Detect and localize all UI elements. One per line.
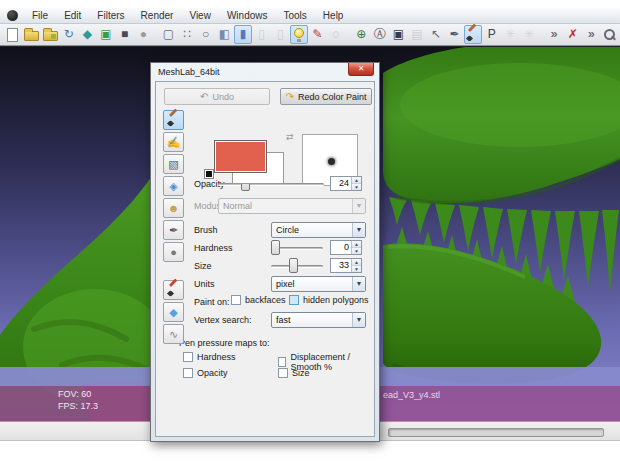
cube-icon[interactable]: ■ — [116, 25, 134, 44]
checkbox-box[interactable] — [278, 368, 288, 378]
overflow-right-icon[interactable]: » — [583, 25, 601, 44]
pen-hardness-checkbox[interactable]: Hardness — [183, 352, 236, 362]
pen-opacity-label: Opacity — [197, 368, 228, 378]
reload-icon[interactable]: ↻ — [60, 25, 78, 44]
checkbox-box[interactable] — [231, 295, 241, 305]
align-a-icon[interactable]: ✳ — [502, 25, 520, 44]
modus-label: Modus — [194, 201, 221, 211]
search-icon[interactable] — [601, 25, 619, 44]
stamp-tool-icon[interactable]: ☻ — [163, 198, 184, 218]
vertex-search-dropdown[interactable]: fast ▼ — [271, 312, 366, 328]
checkbox-box[interactable] — [183, 368, 193, 378]
points-render-icon[interactable]: ∷ — [178, 25, 196, 44]
checkbox-box[interactable] — [278, 357, 286, 367]
redo-color-paint-button[interactable]: ↷ Redo Color Paint — [280, 88, 372, 105]
light-icon[interactable] — [290, 25, 308, 44]
menu-tools[interactable]: Tools — [275, 8, 314, 24]
save-project-icon — [43, 31, 58, 41]
backfaces-label: backfaces — [245, 295, 286, 305]
menu-help[interactable]: Help — [315, 8, 352, 24]
hidden-polygons-checkbox[interactable]: hidden polygons — [289, 295, 369, 305]
wireframe-render-icon[interactable]: ○ — [197, 25, 215, 44]
selection-pen-icon[interactable]: ✎ — [309, 25, 327, 44]
clone-tool-icon[interactable]: ◈ — [163, 176, 184, 196]
new-project-icon — [7, 28, 18, 42]
texture-a-icon[interactable]: ▯ — [253, 25, 271, 44]
main-toolbar: ↻◆▣■●▢∷○◧▮▯▯✎◌⊕Ⓐ▣▤↖✒P✳✳»✗» — [0, 24, 620, 46]
point-pick-icon[interactable]: ↖ — [427, 25, 445, 44]
dialog-titlebar[interactable]: MeshLab_64bit ✕ — [152, 63, 378, 80]
layers-icon[interactable]: ▤ — [408, 25, 426, 44]
pen-pressure-label: Pen pressure maps to: — [179, 338, 270, 348]
vertex-search-label: Vertex search: — [194, 315, 252, 325]
mesh-filename: ead_V3_y4.stl — [383, 390, 440, 400]
close-icon[interactable]: ✕ — [348, 63, 374, 76]
delete-mesh-icon[interactable]: ✗ — [564, 25, 582, 44]
size-spinbox[interactable]: 33 ▲▼ — [330, 258, 362, 273]
smooth-shading-icon[interactable]: ▮ — [234, 25, 252, 44]
hardness-slider[interactable] — [271, 240, 323, 256]
foreground-color-swatch[interactable] — [214, 140, 267, 173]
hardness-spinbox[interactable]: 0 ▲▼ — [330, 240, 362, 255]
menu-filters[interactable]: Filters — [89, 8, 132, 24]
pick-color-tool-icon[interactable]: ✒ — [163, 220, 184, 240]
size-slider[interactable] — [271, 258, 323, 274]
annotation-icon[interactable]: Ⓐ — [371, 25, 389, 44]
mesh-sculpt-tool-icon — [167, 283, 181, 297]
menu-edit[interactable]: Edit — [56, 8, 89, 24]
shader-icon[interactable]: ▣ — [390, 25, 408, 44]
menu-windows[interactable]: Windows — [219, 8, 276, 24]
fill-tool-icon[interactable]: ✍ — [163, 132, 184, 152]
fov-readout: FOV: 60 — [58, 389, 91, 399]
modus-dropdown[interactable]: Normal ▼ — [218, 198, 366, 214]
overflow-left-icon[interactable]: » — [545, 25, 563, 44]
smudge-tool-icon[interactable]: ∿ — [163, 324, 184, 344]
paint-tool-icon[interactable] — [163, 110, 184, 130]
selection-area-icon[interactable]: ◌ — [327, 25, 345, 44]
menu-view[interactable]: View — [181, 8, 219, 24]
snapshot-icon[interactable]: ◆ — [79, 25, 97, 44]
quality-mapper-icon[interactable]: P — [483, 25, 501, 44]
texture-b-icon[interactable]: ▯ — [271, 25, 289, 44]
hidden-polygons-label: hidden polygons — [303, 295, 369, 305]
mesh-sculpt-tool-icon[interactable] — [163, 280, 184, 300]
menu-render[interactable]: Render — [133, 8, 182, 24]
pen-size-checkbox[interactable]: Size — [278, 368, 310, 378]
units-value: pixel — [272, 279, 352, 289]
dialog-title: MeshLab_64bit — [158, 67, 220, 77]
brush-label: Brush — [194, 225, 218, 235]
size-spin-arrows[interactable]: ▲▼ — [351, 259, 361, 272]
hardness-spin-arrows[interactable]: ▲▼ — [351, 241, 361, 254]
backfaces-checkbox[interactable]: backfaces — [231, 295, 286, 305]
import-image-icon[interactable]: ▣ — [97, 25, 115, 44]
disc-icon[interactable]: ● — [134, 25, 152, 44]
swap-colors-icon[interactable]: ⇄ — [286, 132, 294, 142]
flat-shading-icon[interactable]: ◧ — [215, 25, 233, 44]
brush-value: Circle — [272, 225, 352, 235]
trackball-icon[interactable]: ⊕ — [352, 25, 370, 44]
align-b-icon[interactable]: ✳ — [520, 25, 538, 44]
pen-opacity-checkbox[interactable]: Opacity — [183, 368, 228, 378]
new-project-icon[interactable] — [4, 25, 22, 44]
modus-value: Normal — [219, 201, 352, 211]
checkbox-box[interactable] — [289, 295, 299, 305]
open-project-icon[interactable] — [23, 25, 41, 44]
undo-button[interactable]: ↶ Undo — [164, 88, 270, 105]
redo-icon: ↷ — [286, 91, 294, 102]
hardness-label: Hardness — [194, 243, 233, 253]
brush-dropdown[interactable]: Circle ▼ — [271, 222, 366, 238]
opacity-spin-arrows[interactable]: ▲▼ — [351, 177, 361, 190]
save-project-icon[interactable] — [41, 25, 59, 44]
paint-brush-icon[interactable] — [464, 25, 482, 44]
checkbox-box[interactable] — [183, 352, 193, 362]
measure-icon[interactable]: ✒ — [446, 25, 464, 44]
units-dropdown[interactable]: pixel ▼ — [271, 276, 366, 292]
light-icon — [294, 28, 304, 38]
gradient-tool-icon[interactable]: ▧ — [163, 154, 184, 174]
menu-file[interactable]: File — [24, 8, 56, 24]
reset-colors-icon[interactable] — [205, 170, 213, 178]
opacity-spinbox[interactable]: 24 ▲▼ — [330, 176, 362, 191]
smooth-sphere-tool-icon[interactable]: ● — [163, 242, 184, 262]
water-tool-icon[interactable]: ◆ — [163, 302, 184, 322]
bbox-render-icon[interactable]: ▢ — [160, 25, 178, 44]
